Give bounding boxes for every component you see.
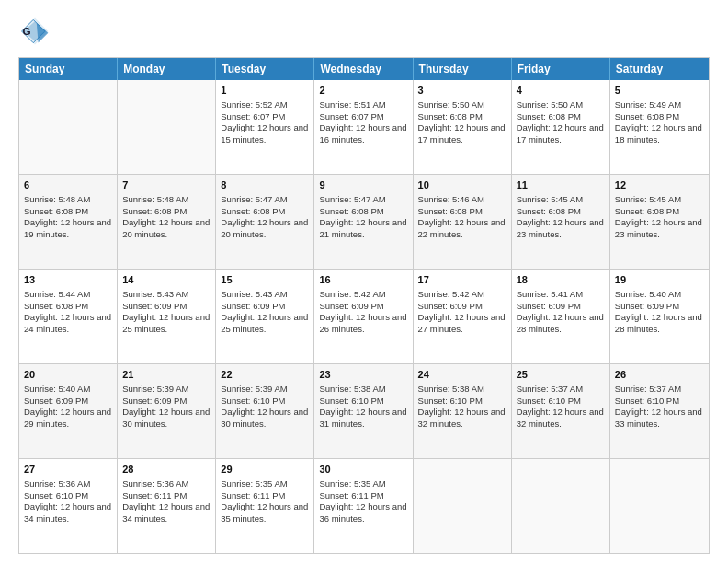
day-number: 21	[122, 368, 210, 382]
day-number: 10	[418, 178, 506, 192]
sunset-text: Sunset: 6:09 PM	[24, 396, 112, 408]
sunrise-text: Sunrise: 5:37 AM	[615, 384, 704, 396]
daylight-text: Daylight: 12 hours and 28 minutes.	[615, 312, 704, 336]
daylight-text: Daylight: 12 hours and 25 minutes.	[122, 312, 210, 336]
day-number: 8	[221, 178, 309, 192]
day-number: 13	[24, 273, 112, 287]
sunset-text: Sunset: 6:08 PM	[615, 206, 704, 218]
daylight-text: Daylight: 12 hours and 24 minutes.	[24, 312, 112, 336]
cal-cell-1-6: 12Sunrise: 5:45 AMSunset: 6:08 PMDayligh…	[610, 175, 709, 269]
day-number: 1	[221, 84, 309, 98]
cal-cell-4-6	[610, 459, 709, 553]
sunrise-text: Sunrise: 5:35 AM	[221, 478, 309, 490]
sunset-text: Sunset: 6:09 PM	[319, 301, 407, 313]
daylight-text: Daylight: 12 hours and 36 minutes.	[319, 501, 407, 525]
logo: G	[18, 15, 55, 48]
sunrise-text: Sunrise: 5:50 AM	[418, 99, 506, 111]
sunset-text: Sunset: 6:08 PM	[517, 111, 605, 123]
sunrise-text: Sunrise: 5:48 AM	[24, 194, 112, 206]
day-number: 26	[615, 368, 704, 382]
daylight-text: Daylight: 12 hours and 29 minutes.	[24, 407, 112, 431]
sunrise-text: Sunrise: 5:50 AM	[517, 99, 605, 111]
sunset-text: Sunset: 6:08 PM	[418, 206, 506, 218]
sunrise-text: Sunrise: 5:48 AM	[122, 194, 210, 206]
header-day-thursday: Thursday	[414, 58, 512, 80]
sunrise-text: Sunrise: 5:41 AM	[517, 289, 605, 301]
sunrise-text: Sunrise: 5:46 AM	[418, 194, 506, 206]
day-number: 5	[615, 84, 704, 98]
daylight-text: Daylight: 12 hours and 32 minutes.	[418, 407, 506, 431]
day-number: 24	[418, 368, 506, 382]
sunrise-text: Sunrise: 5:51 AM	[319, 99, 407, 111]
cal-cell-1-5: 11Sunrise: 5:45 AMSunset: 6:08 PMDayligh…	[512, 175, 610, 269]
cal-row-0: 1Sunrise: 5:52 AMSunset: 6:07 PMDaylight…	[19, 80, 709, 174]
sunset-text: Sunset: 6:10 PM	[319, 396, 407, 408]
cal-cell-2-5: 18Sunrise: 5:41 AMSunset: 6:09 PMDayligh…	[512, 270, 610, 363]
cal-cell-4-4	[414, 459, 512, 553]
day-number: 14	[122, 273, 210, 287]
cal-cell-2-3: 16Sunrise: 5:42 AMSunset: 6:09 PMDayligh…	[314, 270, 413, 363]
sunset-text: Sunset: 6:10 PM	[615, 396, 704, 408]
day-number: 18	[517, 273, 605, 287]
cal-cell-4-3: 30Sunrise: 5:35 AMSunset: 6:11 PMDayligh…	[314, 459, 413, 553]
calendar-header: SundayMondayTuesdayWednesdayThursdayFrid…	[19, 58, 709, 80]
calendar: SundayMondayTuesdayWednesdayThursdayFrid…	[18, 57, 710, 554]
daylight-text: Daylight: 12 hours and 19 minutes.	[24, 217, 112, 241]
cal-cell-1-2: 8Sunrise: 5:47 AMSunset: 6:08 PMDaylight…	[216, 175, 314, 269]
sunrise-text: Sunrise: 5:45 AM	[517, 194, 605, 206]
day-number: 27	[24, 463, 112, 477]
daylight-text: Daylight: 12 hours and 35 minutes.	[221, 501, 309, 525]
cal-row-3: 20Sunrise: 5:40 AMSunset: 6:09 PMDayligh…	[19, 363, 709, 458]
cal-cell-2-2: 15Sunrise: 5:43 AMSunset: 6:09 PMDayligh…	[216, 270, 314, 363]
cal-row-1: 6Sunrise: 5:48 AMSunset: 6:08 PMDaylight…	[19, 174, 709, 269]
svg-text:G: G	[23, 25, 31, 37]
day-number: 3	[418, 84, 506, 98]
day-number: 17	[418, 273, 506, 287]
sunrise-text: Sunrise: 5:49 AM	[615, 99, 704, 111]
sunset-text: Sunset: 6:10 PM	[24, 490, 112, 502]
daylight-text: Daylight: 12 hours and 17 minutes.	[418, 122, 506, 146]
cal-cell-0-3: 2Sunrise: 5:51 AMSunset: 6:07 PMDaylight…	[314, 80, 413, 174]
sunset-text: Sunset: 6:07 PM	[319, 111, 407, 123]
day-number: 28	[122, 463, 210, 477]
sunset-text: Sunset: 6:08 PM	[517, 206, 605, 218]
cal-cell-2-0: 13Sunrise: 5:44 AMSunset: 6:08 PMDayligh…	[19, 270, 118, 363]
daylight-text: Daylight: 12 hours and 27 minutes.	[418, 312, 506, 336]
daylight-text: Daylight: 12 hours and 30 minutes.	[221, 407, 309, 431]
sunset-text: Sunset: 6:08 PM	[221, 206, 309, 218]
header-day-saturday: Saturday	[610, 58, 709, 80]
sunset-text: Sunset: 6:10 PM	[517, 396, 605, 408]
sunset-text: Sunset: 6:08 PM	[122, 206, 210, 218]
sunrise-text: Sunrise: 5:44 AM	[24, 289, 112, 301]
sunset-text: Sunset: 6:08 PM	[24, 301, 112, 313]
sunset-text: Sunset: 6:09 PM	[221, 301, 309, 313]
cal-cell-3-1: 21Sunrise: 5:39 AMSunset: 6:09 PMDayligh…	[118, 364, 216, 458]
sunrise-text: Sunrise: 5:39 AM	[221, 384, 309, 396]
day-number: 20	[24, 368, 112, 382]
daylight-text: Daylight: 12 hours and 34 minutes.	[122, 501, 210, 525]
daylight-text: Daylight: 12 hours and 33 minutes.	[615, 407, 704, 431]
sunrise-text: Sunrise: 5:40 AM	[24, 384, 112, 396]
sunset-text: Sunset: 6:07 PM	[221, 111, 309, 123]
sunset-text: Sunset: 6:08 PM	[615, 111, 704, 123]
cal-cell-3-4: 24Sunrise: 5:38 AMSunset: 6:10 PMDayligh…	[414, 364, 512, 458]
sunrise-text: Sunrise: 5:39 AM	[122, 384, 210, 396]
header: G	[18, 15, 710, 48]
day-number: 30	[319, 463, 407, 477]
sunrise-text: Sunrise: 5:47 AM	[319, 194, 407, 206]
daylight-text: Daylight: 12 hours and 18 minutes.	[615, 122, 704, 146]
day-number: 29	[221, 463, 309, 477]
sunset-text: Sunset: 6:11 PM	[122, 490, 210, 502]
sunset-text: Sunset: 6:09 PM	[122, 301, 210, 313]
day-number: 16	[319, 273, 407, 287]
daylight-text: Daylight: 12 hours and 20 minutes.	[221, 217, 309, 241]
cal-cell-0-2: 1Sunrise: 5:52 AMSunset: 6:07 PMDaylight…	[216, 80, 314, 174]
sunset-text: Sunset: 6:09 PM	[517, 301, 605, 313]
day-number: 15	[221, 273, 309, 287]
header-day-monday: Monday	[118, 58, 216, 80]
daylight-text: Daylight: 12 hours and 22 minutes.	[418, 217, 506, 241]
sunrise-text: Sunrise: 5:40 AM	[615, 289, 704, 301]
daylight-text: Daylight: 12 hours and 30 minutes.	[122, 407, 210, 431]
sunrise-text: Sunrise: 5:43 AM	[122, 289, 210, 301]
cal-cell-1-3: 9Sunrise: 5:47 AMSunset: 6:08 PMDaylight…	[314, 175, 413, 269]
